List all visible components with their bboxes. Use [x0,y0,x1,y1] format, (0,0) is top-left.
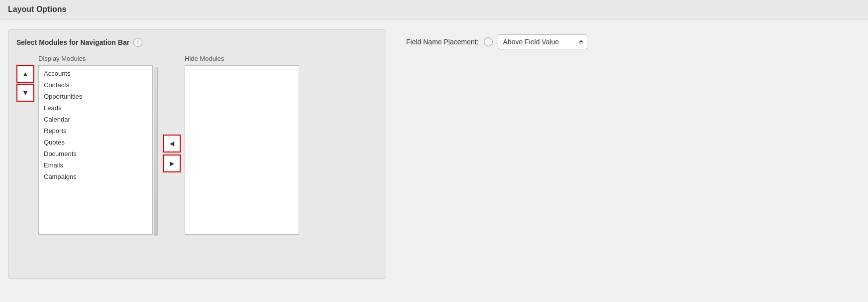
list-item[interactable]: Campaigns [39,171,152,182]
field-name-info-icon[interactable]: i [484,37,493,46]
list-item[interactable]: Leads [39,102,152,114]
list-item[interactable]: Opportunities [39,91,152,102]
display-modules-column: Display Modules AccountsContactsOpportun… [38,55,153,235]
list-item[interactable]: Accounts [39,68,152,79]
move-up-button[interactable]: ▲ [16,65,34,83]
move-to-display-button[interactable]: ▶ [163,154,181,172]
display-modules-label: Display Modules [38,55,86,62]
nav-modules-section: Select Modules for Navigation Bar i ▲ ▼ … [8,29,386,279]
page-title: Layout Options [8,5,66,13]
content-area: Select Modules for Navigation Bar i ▲ ▼ … [0,19,868,289]
list-item[interactable]: Reports [39,125,152,137]
hide-modules-label: Hide Modules [185,55,224,62]
list-item[interactable]: Contacts [39,79,152,91]
page-wrapper: Layout Options Select Modules for Naviga… [0,0,868,302]
move-to-hide-button[interactable]: ◀ [163,135,181,152]
move-down-button[interactable]: ▼ [16,84,34,102]
field-name-placement-label: Field Name Placement: [406,38,479,46]
hide-modules-list[interactable] [185,65,299,235]
scrollbar-divider [154,67,158,236]
section-header: Select Modules for Navigation Bar i [16,38,378,47]
transfer-buttons: ◀ ▶ [163,135,181,172]
field-name-select-wrapper: Above Field ValueLeft of Field ValueRigh… [498,34,587,49]
modules-container: ▲ ▼ Display Modules AccountsContactsOppo… [16,55,378,236]
list-item[interactable]: Documents [39,148,152,159]
nav-modules-title: Select Modules for Navigation Bar [16,38,129,46]
page-title-bar: Layout Options [0,0,868,19]
list-item[interactable]: Emails [39,159,152,171]
nav-modules-info-icon[interactable]: i [133,38,142,47]
right-panel: Field Name Placement: i Above Field Valu… [406,34,587,49]
hide-modules-column: Hide Modules [185,55,299,235]
field-name-placement-select[interactable]: Above Field ValueLeft of Field ValueRigh… [498,34,587,49]
reorder-buttons: ▲ ▼ [16,65,34,102]
list-item[interactable]: Calendar [39,114,152,125]
display-modules-list[interactable]: AccountsContactsOpportunitiesLeadsCalend… [38,65,153,235]
list-item[interactable]: Quotes [39,137,152,148]
